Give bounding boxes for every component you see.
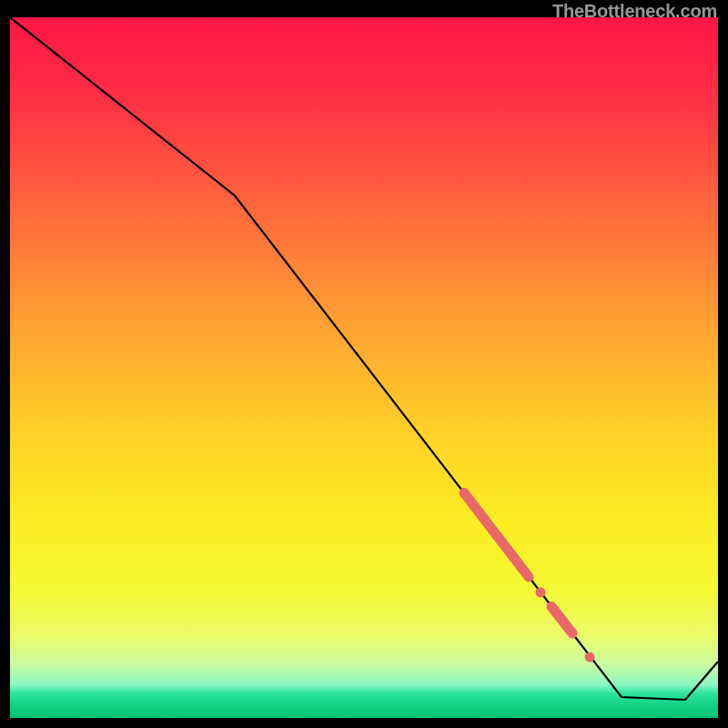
chart-container: TheBottleneck.com bbox=[0, 0, 728, 728]
watermark-text: TheBottleneck.com bbox=[552, 1, 717, 22]
plot-area bbox=[10, 17, 718, 718]
chart-svg bbox=[10, 17, 718, 718]
marker-dot-b bbox=[536, 588, 546, 598]
marker-dot-d bbox=[585, 652, 595, 662]
gradient-background bbox=[10, 17, 718, 718]
